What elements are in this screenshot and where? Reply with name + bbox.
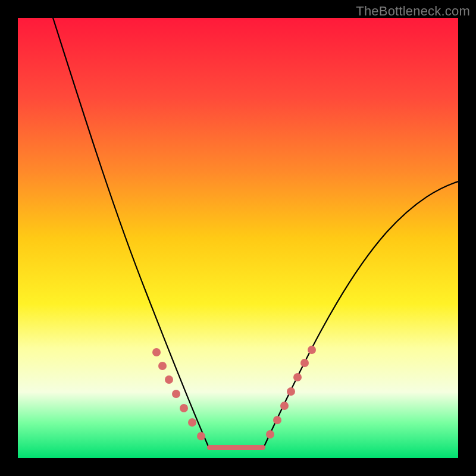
marker-dot <box>152 348 161 356</box>
marker-dot <box>188 418 196 427</box>
marker-dot <box>273 416 281 424</box>
chart-frame: TheBottleneck.com <box>0 0 476 476</box>
watermark-text: TheBottleneck.com <box>356 4 470 19</box>
marker-dot <box>197 432 205 440</box>
marker-dot <box>158 362 167 370</box>
marker-dot <box>172 390 180 398</box>
left-curve <box>53 18 208 446</box>
marker-dot <box>266 430 274 439</box>
marker-dot <box>293 373 302 381</box>
marker-dot <box>287 387 295 396</box>
marker-dot <box>165 375 173 384</box>
curve-svg <box>18 18 458 458</box>
marker-dot <box>300 359 309 367</box>
right-curve <box>264 181 458 446</box>
plot-area <box>18 18 458 458</box>
marker-dot <box>280 402 289 410</box>
marker-dot <box>180 404 188 412</box>
marker-dot <box>308 346 316 354</box>
